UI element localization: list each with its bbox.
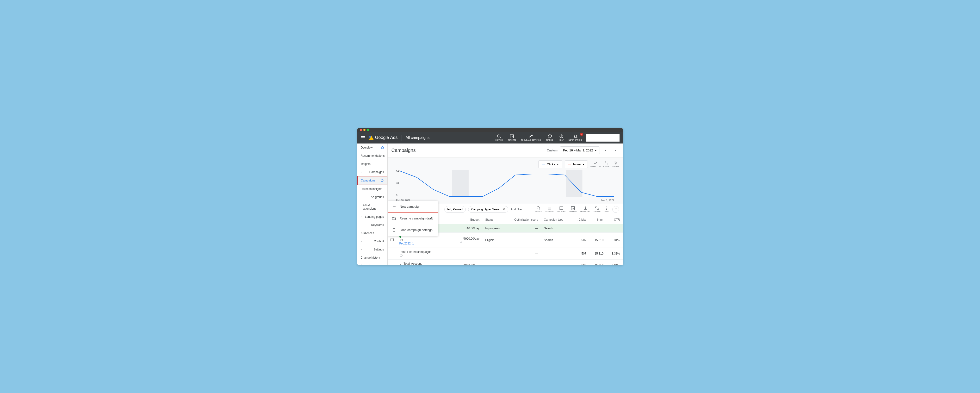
chart-area: Clicks ▾ None ▾ CHART TYPE EXPAND [388,158,623,204]
metric1-selector[interactable]: Clicks ▾ [538,160,562,168]
row-checkbox[interactable] [390,238,394,241]
brand-text: Google Ads [375,135,398,140]
more-button[interactable]: MORE [604,206,609,213]
search-button[interactable]: SEARCH [494,134,504,141]
col-ctr[interactable]: CTR [606,215,623,224]
sidebar-keywords[interactable]: Keywords [357,221,387,229]
menu-icon[interactable] [361,136,365,139]
total-filtered-row: Total: Filtered campaigns ? — 507 15,310… [388,248,623,259]
filter-status-chip[interactable]: led, Paused [444,206,466,213]
sidebar-change-history[interactable]: Change history [357,254,387,262]
tools-button[interactable]: TOOLS AND SETTINGS [520,134,542,141]
add-filter-button[interactable]: Add filter [511,208,522,211]
close-window-icon[interactable] [360,129,362,131]
col-impr[interactable]: Impr. [589,215,606,224]
home-icon [381,146,384,149]
body: Overview Recommendations Insights Campai… [357,143,623,265]
sidebar-insights[interactable]: Insights [357,160,387,168]
download-icon [583,206,587,210]
chevron-down-icon[interactable]: ⌄ [399,262,402,265]
page-title: Campaigns [391,148,416,153]
svg-point-36 [606,209,607,210]
campaign-link[interactable]: Feb2022_1 [399,242,414,245]
maximize-window-icon[interactable] [367,129,369,131]
table-expand-button[interactable]: EXPAND [593,206,600,213]
svg-text:70: 70 [396,182,399,185]
segment-button[interactable]: SEGMENT [546,206,554,213]
budget-chart-icon [460,240,463,243]
download-button[interactable]: DOWNLOAD [581,206,590,213]
col-campaign-type[interactable]: Campaign type [541,215,571,224]
sidebar-content[interactable]: Content [357,237,387,245]
col-clicks[interactable]: ↓ Clicks [571,215,589,224]
next-period-button[interactable]: › [612,146,619,154]
campaign-type-icon [399,239,403,242]
logo[interactable]: Google Ads [369,135,398,140]
status-dot-icon [399,236,401,238]
line-chart: 140 70 0 [391,170,619,199]
filter-type-chip[interactable]: Campaign type: Search ✕ [468,206,508,213]
expand-icon [604,161,609,165]
sidebar-ads-extensions[interactable]: Ads & extensions [357,201,387,213]
svg-point-11 [615,162,616,162]
help-button[interactable]: HELP [558,134,565,141]
prev-period-button[interactable]: ‹ [602,146,609,154]
refresh-button[interactable]: REFRESH [544,134,556,141]
minimize-window-icon[interactable] [363,129,366,131]
titlebar [357,128,623,132]
chart-adjust-button[interactable]: ADJUST [612,161,619,167]
svg-point-34 [606,207,607,207]
sidebar-campaigns-group[interactable]: Campaigns [357,168,387,176]
folder-icon [391,216,396,221]
columns-button[interactable]: COLUMNS [557,206,565,213]
sidebar-campaigns[interactable]: Campaigns [358,177,387,185]
sidebar-recommendations[interactable]: Recommendations [357,152,387,160]
svg-point-13 [615,164,616,164]
top-nav: Google Ads All campaigns SEARCH REPORTS … [357,132,623,143]
col-budget[interactable]: Budget [457,215,482,224]
more-icon [604,206,608,210]
svg-rect-29 [562,207,563,210]
metric2-selector[interactable]: None ▾ [565,160,588,168]
svg-text:?: ? [401,254,402,256]
chart-type-button[interactable]: CHART TYPE [590,161,601,167]
columns-icon [559,206,563,210]
sidebar-settings[interactable]: Settings [357,245,387,254]
global-search-input[interactable] [586,134,619,142]
reports-button[interactable]: REPORTS [506,134,518,141]
sidebar-overview[interactable]: Overview [357,143,387,152]
top-actions: SEARCH REPORTS TOOLS AND SETTINGS REFRES… [494,134,619,142]
sidebar-audiences[interactable]: Audiences [357,229,387,237]
new-campaign-option[interactable]: New campaign [388,201,438,213]
bell-icon [573,134,578,139]
svg-point-22 [537,207,539,209]
chevron-down-icon: ▾ [557,162,559,166]
chart-controls: Clicks ▾ None ▾ CHART TYPE EXPAND [391,160,619,168]
collapse-chart-button[interactable]: ⌃ [612,206,619,213]
svg-text:0: 0 [396,194,397,197]
svg-rect-15 [566,170,582,197]
table-search-button[interactable]: SEARCH [535,206,542,213]
resume-draft-option[interactable]: Resume campaign draft [388,213,438,224]
notifications-button[interactable]: ! NOTIFICATIONS [567,134,584,141]
total-account-row: ⌄Total: Account ? ₹900.00/day — 507 15,3… [388,259,623,265]
sidebar-landing-pages[interactable]: Landing pages [357,213,387,221]
sidebar-ad-groups[interactable]: Ad groups [357,193,387,201]
svg-point-12 [616,163,617,164]
sidebar-auction-insights[interactable]: Auction insights [357,185,387,193]
info-icon[interactable]: ? [399,254,403,257]
chart-expand-button[interactable]: EXPAND [603,161,610,167]
close-icon[interactable]: ✕ [503,208,505,211]
chevron-down-icon: ▾ [595,148,597,152]
col-status[interactable]: Status [482,215,506,224]
search-icon [497,134,501,139]
reports-icon [509,134,514,139]
col-opt-score[interactable]: Optimization score [506,215,541,224]
scope-label[interactable]: All campaigns [406,135,430,140]
sort-down-icon: ↓ [576,218,578,221]
table-reports-button[interactable]: REPORTS [569,206,577,213]
date-range-picker[interactable]: Feb 16 – Mar 1, 2022 ▾ [560,146,600,154]
date-label: Custom [547,148,558,152]
svg-text:140: 140 [396,170,400,173]
load-settings-option[interactable]: Load campaign settings [388,224,438,236]
